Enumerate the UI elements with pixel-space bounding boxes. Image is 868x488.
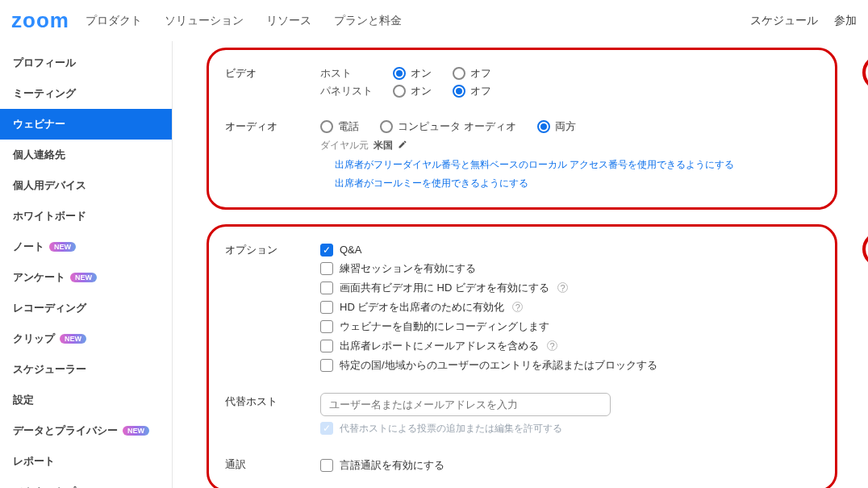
label-interp: 通訳 (225, 456, 320, 475)
checkbox-option-6[interactable] (320, 359, 333, 372)
sidebar-item-label: 設定 (13, 393, 34, 407)
label-video: ビデオ (225, 65, 320, 100)
sidebar: プロフィールミーティングウェビナー個人連絡先個人用デバイスホワイトボードノートN… (0, 41, 173, 488)
checkbox-option-2[interactable] (320, 282, 333, 294)
checkbox-option-4[interactable] (320, 320, 333, 333)
new-badge: NEW (70, 273, 97, 282)
althost-input[interactable] (320, 393, 611, 416)
sidebar-item-8[interactable]: レコーディング (0, 293, 172, 323)
annotation-bubble-4: 4 (862, 55, 868, 90)
sidebar-item-10[interactable]: スケジューラー (0, 354, 172, 385)
sidebar-item-label: レポート (13, 454, 55, 469)
sidebar-item-13[interactable]: レポート (0, 446, 172, 477)
option-label-1: 練習セッションを有効にする (340, 261, 476, 276)
checkbox-option-3[interactable] (320, 301, 333, 314)
nav-product[interactable]: プロダクト (86, 14, 142, 28)
sidebar-item-7[interactable]: アンケートNEW (0, 262, 172, 293)
dial-from-prefix: ダイヤル元 (320, 139, 369, 152)
help-icon[interactable]: ? (557, 282, 568, 293)
option-label-6: 特定の国/地域からのユーザーのエントリを承認またはブロックする (340, 358, 657, 373)
sidebar-item-1[interactable]: ミーティング (0, 78, 172, 109)
radio-host-off[interactable]: オフ (453, 66, 491, 81)
radio-panelist-on[interactable]: オン (393, 84, 432, 98)
sidebar-item-14[interactable]: アカウントプロフィール (0, 477, 172, 488)
checkbox-option-5[interactable] (320, 340, 333, 352)
sidebar-item-6[interactable]: ノートNEW (0, 231, 172, 262)
sidebar-item-label: 個人用デバイス (13, 178, 86, 193)
option-label-4: ウェビナーを自動的にレコーディングします (340, 319, 549, 334)
help-icon[interactable]: ? (512, 302, 523, 312)
top-nav: プロダクト ソリューション リソース プランと料金 (86, 14, 750, 28)
option-label-5: 出席者レポートにメールアドレスを含める (340, 339, 539, 353)
sidebar-item-label: クリップ (13, 332, 55, 346)
nav-schedule[interactable]: スケジュール (750, 14, 818, 28)
dial-from-country: 米国 (373, 139, 393, 152)
radio-audio-phone[interactable]: 電話 (320, 119, 359, 134)
option-label-2: 画面共有ビデオ用に HD ビデオを有効にする (340, 281, 549, 295)
sidebar-item-label: アンケート (13, 270, 65, 285)
sidebar-item-label: ホワイトボード (13, 209, 86, 223)
sidebar-item-3[interactable]: 個人連絡先 (0, 140, 172, 170)
label-panelist: パネリスト (320, 84, 385, 98)
sidebar-item-9[interactable]: クリップNEW (0, 323, 172, 354)
checkbox-althost-poll: ✓ (320, 422, 333, 435)
nav-solution[interactable]: ソリューション (165, 14, 244, 28)
sidebar-item-label: プロフィール (13, 56, 76, 70)
sidebar-item-label: ウェビナー (13, 117, 65, 131)
sidebar-item-4[interactable]: 個人用デバイス (0, 170, 172, 201)
radio-host-on[interactable]: オン (393, 66, 432, 81)
logo[interactable]: zoom (11, 8, 69, 33)
radio-panelist-off[interactable]: オフ (453, 84, 491, 98)
link-tollfree[interactable]: 出席者がフリーダイヤル番号と無料ベースのローカル アクセス番号を使用できるように… (335, 156, 819, 174)
help-icon[interactable]: ? (547, 340, 557, 351)
radio-audio-computer[interactable]: コンピュータ オーディオ (380, 119, 516, 134)
sidebar-item-2[interactable]: ウェビナー (0, 109, 172, 140)
nav-resource[interactable]: リソース (266, 14, 311, 28)
label-althost: 代替ホスト (225, 393, 320, 438)
new-badge: NEW (60, 334, 86, 344)
annotation-box-5: 5 オプション ✓Q&A練習セッションを有効にする画面共有ビデオ用に HD ビデ… (207, 224, 837, 488)
edit-dial-icon[interactable] (398, 140, 407, 152)
checkbox-option-1[interactable] (320, 262, 333, 275)
nav-pricing[interactable]: プランと料金 (334, 14, 402, 28)
sidebar-item-0[interactable]: プロフィール (0, 48, 172, 78)
label-audio: オーディオ (225, 118, 320, 193)
sidebar-item-label: レコーディング (13, 301, 86, 315)
option-label-3: HD ビデオを出席者のために有効化 (340, 300, 504, 315)
label-options: オプション (225, 241, 320, 375)
sidebar-item-11[interactable]: 設定 (0, 385, 172, 415)
label-host: ホスト (320, 66, 385, 81)
sidebar-item-label: データとプライバシー (13, 423, 118, 438)
sidebar-item-label: スケジューラー (13, 362, 86, 377)
new-badge: NEW (49, 242, 76, 252)
link-callme[interactable]: 出席者がコールミーを使用できるようにする (335, 174, 819, 193)
sidebar-item-label: ミーティング (13, 86, 76, 101)
annotation-bubble-5: 5 (862, 231, 868, 267)
sidebar-item-12[interactable]: データとプライバシーNEW (0, 415, 172, 446)
option-label-0: Q&A (340, 244, 361, 256)
sidebar-item-label: アカウントプロフィール (13, 485, 128, 488)
new-badge: NEW (123, 426, 149, 436)
label-interp-enable: 言語通訳を有効にする (340, 458, 444, 473)
nav-join[interactable]: 参加 (834, 14, 857, 28)
label-althost-poll: 代替ホストによる投票の追加または編集を許可する (340, 422, 562, 436)
checkbox-option-0[interactable]: ✓ (320, 244, 333, 257)
radio-audio-both[interactable]: 両方 (537, 119, 576, 134)
sidebar-item-label: 個人連絡先 (13, 148, 65, 162)
annotation-box-4: 4 ビデオ ホスト オン オフ パネリスト オン オフ (207, 48, 837, 210)
sidebar-item-label: ノート (13, 240, 44, 254)
checkbox-interp-enable[interactable] (320, 459, 333, 472)
sidebar-item-5[interactable]: ホワイトボード (0, 201, 172, 231)
